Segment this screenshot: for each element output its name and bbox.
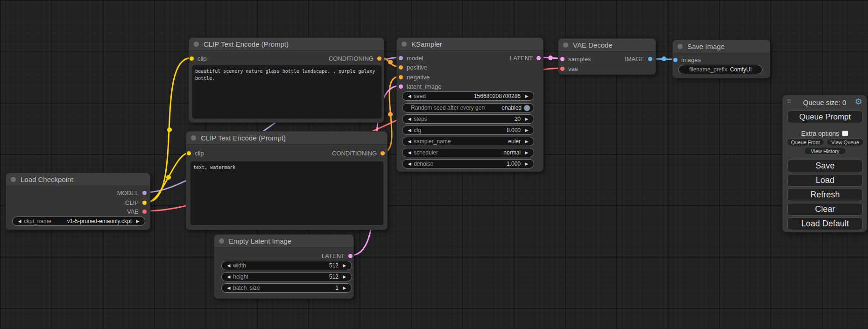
collapse-dot-icon[interactable] <box>194 42 199 47</box>
output-slot-conditioning[interactable]: CONDITIONING <box>332 149 385 157</box>
image-input-dot[interactable] <box>673 58 677 62</box>
view-history-button[interactable]: View History <box>804 147 846 155</box>
decrement-arrow-icon[interactable]: ◀ <box>406 161 413 166</box>
collapse-dot-icon[interactable] <box>563 42 568 48</box>
latent-output-dot[interactable] <box>536 56 541 60</box>
view-queue-button[interactable]: View Queue <box>826 138 864 146</box>
increment-arrow-icon[interactable]: ▶ <box>523 139 530 144</box>
extra-options-checkbox[interactable] <box>842 131 848 136</box>
input-slot-clip[interactable]: clip <box>187 149 204 157</box>
queue-prompt-button[interactable]: Queue Prompt <box>787 111 863 123</box>
input-slot-vae[interactable]: vae <box>560 64 578 73</box>
node-header[interactable]: CLIP Text Encode (Prompt) <box>189 38 384 51</box>
increment-arrow-icon[interactable]: ▶ <box>523 117 530 121</box>
increment-arrow-icon[interactable]: ▶ <box>523 150 530 155</box>
steps-widget[interactable]: ◀ steps 20 ▶ <box>402 114 534 124</box>
height-widget[interactable]: ◀ height 512 ▶ <box>221 272 352 281</box>
input-slot-clip[interactable]: clip <box>190 54 207 63</box>
latent-input-dot[interactable] <box>560 57 565 61</box>
input-slot-positive[interactable]: positive <box>399 63 427 71</box>
decrement-arrow-icon[interactable]: ◀ <box>406 117 413 121</box>
node-clip-text-encode-negative[interactable]: CLIP Text Encode (Prompt) clip CONDITION… <box>186 131 388 230</box>
node-load-checkpoint[interactable]: Load Checkpoint MODEL CLIP VAE ◀ ckpt_na… <box>6 173 150 230</box>
increment-arrow-icon[interactable]: ▶ <box>341 274 348 279</box>
node-header[interactable]: KSampler <box>397 38 543 51</box>
drag-handle-icon[interactable]: ⠿ <box>787 98 791 105</box>
node-header[interactable]: VAE Decode <box>558 39 656 52</box>
decrement-arrow-icon[interactable]: ◀ <box>226 286 232 290</box>
input-slot-images[interactable]: images <box>673 56 701 64</box>
output-slot-vae[interactable]: VAE <box>127 207 147 216</box>
decrement-arrow-icon[interactable]: ◀ <box>16 219 23 224</box>
denoise-widget[interactable]: ◀ denoise 1.000 ▶ <box>402 159 534 168</box>
output-slot-latent[interactable]: LATENT <box>322 252 353 260</box>
input-slot-latent-image[interactable]: latent_image <box>399 82 441 91</box>
output-slot-conditioning[interactable]: CONDITIONING <box>329 54 381 63</box>
node-header[interactable]: Empty Latent Image <box>214 235 353 248</box>
decrement-arrow-icon[interactable]: ◀ <box>406 94 413 98</box>
node-clip-text-encode-positive[interactable]: CLIP Text Encode (Prompt) clip CONDITION… <box>189 37 384 123</box>
increment-arrow-icon[interactable]: ▶ <box>341 286 348 290</box>
queue-front-button[interactable]: Queue Front <box>787 138 824 146</box>
model-input-dot[interactable] <box>399 56 403 60</box>
scheduler-widget[interactable]: ◀ scheduler normal ▶ <box>402 148 534 157</box>
increment-arrow-icon[interactable]: ▶ <box>341 263 348 268</box>
vae-output-dot[interactable] <box>142 210 147 214</box>
increment-arrow-icon[interactable]: ▶ <box>523 128 530 133</box>
model-output-dot[interactable] <box>142 191 147 195</box>
node-save-image[interactable]: Save Image images filename_prefix ComfyU… <box>672 40 770 78</box>
cfg-widget[interactable]: ◀ cfg 8.000 ▶ <box>402 126 534 135</box>
image-output-dot[interactable] <box>648 57 652 61</box>
output-slot-image[interactable]: IMAGE <box>625 55 652 63</box>
random-seed-widget[interactable]: Random seed after every gen enabled <box>402 103 534 112</box>
output-slot-model[interactable]: MODEL <box>117 189 147 197</box>
collapse-dot-icon[interactable] <box>11 177 16 182</box>
decrement-arrow-icon[interactable]: ◀ <box>406 128 413 133</box>
increment-arrow-icon[interactable]: ▶ <box>523 94 530 98</box>
node-ksampler[interactable]: KSampler model positive negative latent_… <box>396 37 543 172</box>
collapse-dot-icon[interactable] <box>677 44 683 49</box>
node-header[interactable]: CLIP Text Encode (Prompt) <box>186 132 387 145</box>
comfyui-canvas[interactable]: { "colors": { "model": "#B39DDB", "clip"… <box>0 0 868 329</box>
decrement-arrow-icon[interactable]: ◀ <box>226 263 232 268</box>
input-slot-negative[interactable]: negative <box>399 73 430 81</box>
refresh-button[interactable]: Refresh <box>787 189 863 201</box>
prompt-textarea[interactable]: beautiful scenery nature glass bottle la… <box>192 65 381 119</box>
node-empty-latent-image[interactable]: Empty Latent Image LATENT ◀ width 512 ▶ … <box>214 234 354 299</box>
decrement-arrow-icon[interactable]: ◀ <box>406 150 413 155</box>
decrement-arrow-icon[interactable]: ◀ <box>406 139 413 144</box>
width-widget[interactable]: ◀ width 512 ▶ <box>221 261 352 270</box>
ckpt-name-widget[interactable]: ◀ ckpt_name v1-5-pruned-emaonly.ckpt ▶ <box>12 217 145 226</box>
output-slot-latent[interactable]: LATENT <box>510 54 541 62</box>
latent-input-dot[interactable] <box>399 84 403 89</box>
seed-widget[interactable]: ◀ seed 156680208700286 ▶ <box>402 91 534 101</box>
decrement-arrow-icon[interactable]: ◀ <box>226 274 232 279</box>
load-button[interactable]: Load <box>787 174 863 187</box>
clip-input-dot[interactable] <box>187 151 191 155</box>
prompt-textarea[interactable]: text, watermark <box>191 161 383 225</box>
increment-arrow-icon[interactable]: ▶ <box>134 219 141 224</box>
clip-input-dot[interactable] <box>190 56 194 61</box>
conditioning-output-dot[interactable] <box>377 56 381 61</box>
sampler-name-widget[interactable]: ◀ sampler_name euler ▶ <box>402 137 534 146</box>
node-vae-decode[interactable]: VAE Decode samples vae IMAGE <box>558 38 656 75</box>
collapse-dot-icon[interactable] <box>219 238 224 244</box>
input-slot-model[interactable]: model <box>399 54 423 62</box>
queue-panel[interactable]: ⠿ Queue size: 0 ⚙ Queue Prompt Extra opt… <box>782 95 867 232</box>
toggle-indicator[interactable] <box>524 105 530 111</box>
conditioning-input-dot[interactable] <box>399 65 403 70</box>
filename-prefix-widget[interactable]: filename_prefix ComfyUI <box>678 65 762 74</box>
node-header[interactable]: Save Image <box>673 40 770 53</box>
latent-output-dot[interactable] <box>348 254 353 258</box>
conditioning-output-dot[interactable] <box>381 151 385 155</box>
save-button[interactable]: Save <box>787 160 863 172</box>
collapse-dot-icon[interactable] <box>191 135 196 140</box>
load-default-button[interactable]: Load Default <box>787 217 863 230</box>
gear-icon[interactable]: ⚙ <box>855 97 862 106</box>
clip-output-dot[interactable] <box>142 201 147 205</box>
increment-arrow-icon[interactable]: ▶ <box>523 161 530 166</box>
clear-button[interactable]: Clear <box>787 203 863 216</box>
batch-size-widget[interactable]: ◀ batch_size 1 ▶ <box>221 283 352 293</box>
node-header[interactable]: Load Checkpoint <box>6 173 150 186</box>
vae-input-dot[interactable] <box>560 67 565 71</box>
